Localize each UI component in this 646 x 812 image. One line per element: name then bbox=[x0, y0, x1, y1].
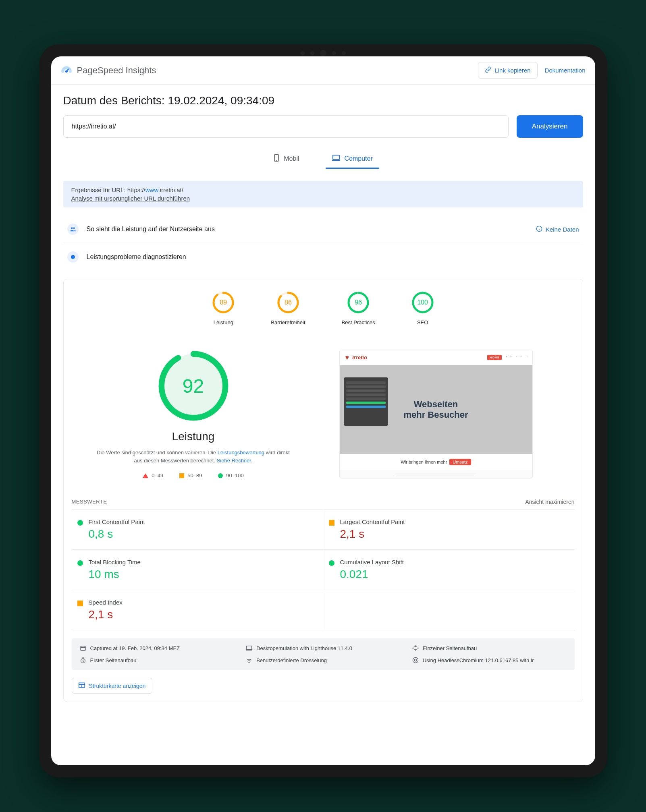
square-orange-icon bbox=[179, 473, 184, 478]
score-gauge-best practices[interactable]: 96 Best Practices bbox=[342, 291, 375, 325]
svg-point-30 bbox=[414, 659, 416, 661]
capture-environment-info: Captured at 19. Feb. 2024, 09:34 MEZDesk… bbox=[72, 638, 575, 670]
dot-green-icon bbox=[218, 473, 223, 478]
metric-first-contentful-paint: First Contentful Paint 0,8 s bbox=[72, 510, 323, 550]
lighthouse-card: 89 Leistung 86 Barrierefreiheit 96 Best … bbox=[63, 279, 583, 702]
status-indicator-icon bbox=[329, 560, 334, 566]
tab-mobile[interactable]: Mobil bbox=[267, 150, 305, 169]
app-title: PageSpeed Insights bbox=[77, 65, 156, 76]
capture-info-item: Einzelner Seitenaufbau bbox=[412, 645, 567, 651]
expand-view-link[interactable]: Ansicht maximieren bbox=[525, 499, 574, 505]
info-meta-icon bbox=[246, 657, 252, 663]
score-legend: 0–49 50–89 90–100 bbox=[80, 472, 307, 478]
score-gauge-barrierefreiheit[interactable]: 86 Barrierefreiheit bbox=[271, 291, 305, 325]
info-meta-icon bbox=[412, 657, 419, 663]
metric-cumulative-layout-shift: Cumulative Layout Shift 0.021 bbox=[323, 550, 575, 590]
status-indicator-icon bbox=[329, 520, 334, 526]
svg-point-28 bbox=[249, 662, 249, 663]
status-indicator-icon bbox=[77, 520, 83, 526]
analyze-button[interactable]: Analysieren bbox=[517, 115, 583, 138]
status-indicator-icon bbox=[77, 601, 83, 606]
page-screenshot-thumbnail: ♥ Irretio HOME····· Webseitenmehr Besuch… bbox=[339, 350, 533, 478]
pagespeed-logo-icon bbox=[61, 65, 72, 76]
capture-info-item: Benutzerdefinierte Drosselung bbox=[246, 657, 400, 663]
svg-point-5 bbox=[71, 227, 73, 229]
info-icon bbox=[536, 226, 542, 233]
tab-desktop[interactable]: Computer bbox=[326, 150, 379, 169]
desktop-icon bbox=[332, 154, 340, 163]
performance-label: Leistung bbox=[80, 430, 307, 443]
url-input[interactable] bbox=[63, 115, 509, 138]
performance-gauge: 92 bbox=[157, 350, 230, 422]
diagnose-section-header: Leistungsprobleme diagnostizieren bbox=[63, 243, 583, 271]
metric-largest-contentful-paint: Largest Contentful Paint 2,1 s bbox=[323, 510, 575, 550]
performance-description: Die Werte sind geschätzt und können vari… bbox=[97, 449, 290, 464]
info-meta-icon bbox=[412, 645, 419, 651]
metric-speed-index: Speed Index 2,1 s bbox=[72, 590, 323, 630]
svg-rect-20 bbox=[81, 646, 85, 650]
rerun-original-url-link[interactable]: Analyse mit ursprünglicher URL durchführ… bbox=[71, 195, 575, 202]
score-gauge-seo[interactable]: 100 SEO bbox=[411, 291, 434, 325]
treemap-icon bbox=[79, 682, 85, 689]
svg-rect-3 bbox=[333, 155, 340, 160]
score-gauge-leistung[interactable]: 89 Leistung bbox=[212, 291, 235, 325]
info-meta-icon bbox=[80, 657, 86, 663]
copy-link-button[interactable]: Link kopieren bbox=[478, 62, 537, 79]
tablet-frame: PageSpeed Insights Link kopieren Dokumen… bbox=[39, 44, 607, 777]
users-icon bbox=[67, 224, 79, 235]
metric-total-blocking-time: Total Blocking Time 10 ms bbox=[72, 550, 323, 590]
capture-info-item: Desktopemulation with Lighthouse 11.4.0 bbox=[246, 645, 400, 651]
svg-point-26 bbox=[414, 646, 417, 650]
info-meta-icon bbox=[246, 645, 252, 651]
tablet-camera bbox=[301, 50, 346, 56]
no-data-badge: Keine Daten bbox=[536, 226, 579, 233]
app-header: PageSpeed Insights Link kopieren Dokumen… bbox=[51, 56, 595, 85]
show-treemap-button[interactable]: Strukturkarte anzeigen bbox=[72, 678, 153, 694]
scoring-link[interactable]: Leistungsbewertung bbox=[218, 450, 264, 456]
svg-point-29 bbox=[413, 657, 418, 663]
ux-section-header: So sieht die Leistung auf der Nutzerseit… bbox=[63, 215, 583, 243]
documentation-link[interactable]: Dokumentation bbox=[545, 67, 586, 74]
link-icon bbox=[485, 66, 491, 74]
calculator-link[interactable]: Siehe Rechner bbox=[217, 458, 251, 464]
results-url-banner: Ergebnisse für URL: https://www.irretio.… bbox=[63, 181, 583, 207]
capture-info-item: Using HeadlessChromium 121.0.6167.85 wit… bbox=[412, 657, 567, 663]
metrics-heading: MESSWERTE bbox=[72, 499, 107, 505]
svg-rect-24 bbox=[246, 646, 251, 650]
app-screen: PageSpeed Insights Link kopieren Dokumen… bbox=[51, 56, 595, 765]
capture-info-item: Erster Seitenaufbau bbox=[80, 657, 234, 663]
status-indicator-icon bbox=[77, 560, 83, 566]
info-meta-icon bbox=[80, 645, 86, 651]
target-icon bbox=[67, 251, 79, 263]
svg-point-6 bbox=[73, 227, 75, 229]
report-date-title: Datum des Berichts: 19.02.2024, 09:34:09 bbox=[63, 94, 583, 107]
mobile-icon bbox=[273, 154, 280, 164]
capture-info-item: Captured at 19. Feb. 2024, 09:34 MEZ bbox=[80, 645, 234, 651]
heart-icon: ♥ bbox=[345, 354, 349, 361]
triangle-red-icon bbox=[143, 473, 148, 478]
